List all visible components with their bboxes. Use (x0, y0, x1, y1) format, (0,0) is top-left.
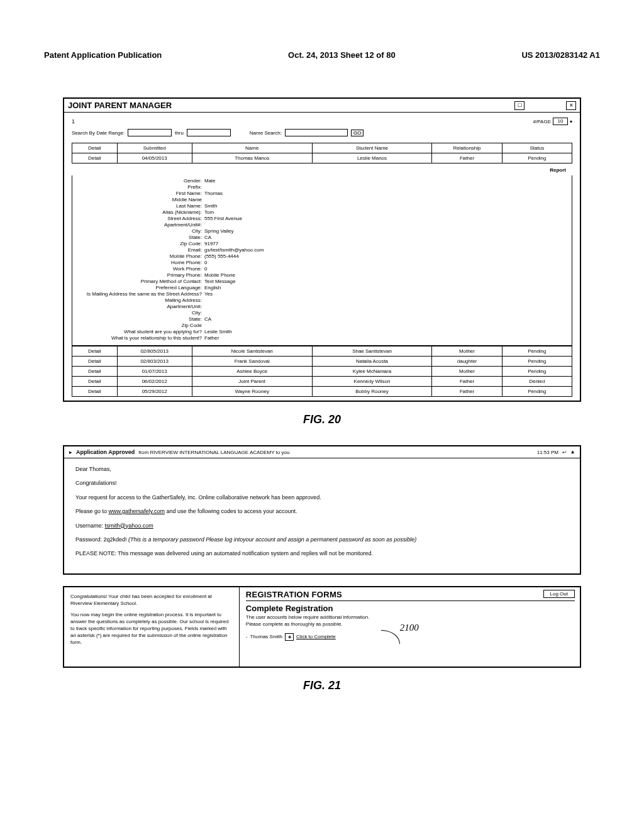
email-greeting: Dear Thomas, (75, 465, 569, 473)
email-from: from RIVERVIEW INTERNATIONAL LANGUAGE AC… (138, 450, 289, 455)
email-password: Password: 2q2kded! (This is a temporary … (75, 535, 569, 544)
detail-kv: What is your relationship to this studen… (79, 335, 565, 341)
detail-kv: City:Spring Valley (79, 228, 565, 234)
detail-kv: Middle Name (79, 197, 565, 202)
registration-sidebar: Congratulations! Your child has been acc… (64, 587, 240, 667)
table-header-row: Detail Submitted Name Student Name Relat… (72, 143, 572, 153)
annotation-2100: 2100 (400, 622, 419, 633)
detail-kv: Primary Phone:Mobile Phone (79, 272, 565, 278)
table-row[interactable]: Detail01/07/2013Ashlee BoyceKylee McNama… (72, 367, 572, 377)
table-row[interactable]: Detail 04/05/2013 Thomas Manos Leslie Ma… (72, 153, 572, 163)
detail-kv: First Name:Thomas (79, 191, 565, 196)
col-relationship: Relationship (432, 143, 502, 153)
email-please-note: PLEASE NOTE: This message was delivered … (75, 549, 569, 558)
user-name: Thomas Smith (250, 634, 282, 639)
go-button[interactable]: GO (351, 130, 364, 136)
detail-kv: What student are you applying for?Leslie… (79, 329, 565, 335)
detail-link[interactable]: Detail (72, 153, 118, 163)
sidebar-p1: Congratulations! Your child has been acc… (70, 594, 233, 607)
detail-kv: Home Phone:0 (79, 260, 565, 265)
page-number: 1 (72, 118, 75, 124)
close-icon[interactable]: ✕ (566, 101, 576, 110)
detail-kv: Apartment/Unit: (79, 304, 565, 309)
detail-kv: Last Name:Smith (79, 203, 565, 209)
detail-kv: Work Phone:0 (79, 266, 565, 272)
expand-icon[interactable]: ▸ (69, 449, 72, 455)
joint-parent-manager-panel: JOINT PARENT MANAGER ☐ ✕ 1 #/PAGE 10 ▾ S… (63, 97, 581, 402)
expanded-detail-block: Gender:MalePrefix:First Name:ThomasMiddl… (72, 175, 572, 346)
name-search-input[interactable] (285, 129, 348, 136)
date-range-label: Search By Date Range: (72, 130, 125, 136)
email-panel: ▸ Application Approved from RIVERVIEW IN… (63, 445, 581, 575)
email-username: Username: tsmith@yahoo.com (75, 521, 569, 530)
table-row[interactable]: Detail06/02/2012Joint ParentKennedy Wils… (72, 377, 572, 387)
registration-panel: Congratulations! Your child has been acc… (63, 586, 581, 668)
report-link[interactable]: Report (550, 167, 566, 173)
pub-left: Patent Application Publication (44, 50, 162, 60)
click-to-complete-link[interactable]: Click to Complete (296, 634, 336, 639)
detail-kv: Zip Code (79, 323, 565, 328)
per-page-selector[interactable]: #/PAGE 10 ▾ (533, 118, 572, 125)
window-icon[interactable]: ☐ (514, 101, 525, 110)
fig21-caption: FIG. 21 (38, 679, 606, 692)
table-row[interactable]: Detail02/803/2013Frank SandovalNatalia A… (72, 357, 572, 367)
panel-title: JOINT PARENT MANAGER (68, 101, 511, 110)
date-from-input[interactable] (128, 129, 172, 136)
user-bullet: - (246, 634, 248, 639)
detail-kv: Mobile Phone:(555) 555-4444 (79, 253, 565, 259)
detail-kv: Apartment/Unit#: (79, 222, 565, 228)
password-note: (This is a temporary password Please log… (128, 536, 416, 543)
email-goto: Please go to www.gathersafely.com and us… (75, 507, 569, 516)
table-row[interactable]: Detail05/29/2012Wayne RooneyBobby Rooney… (72, 387, 572, 397)
registration-subtitle: Complete Registration (246, 604, 575, 613)
detail-kv: State:CA (79, 235, 565, 240)
dropdown-icon[interactable]: ▾ (570, 119, 572, 124)
username-value: tsmith@yahoo.com (105, 523, 153, 529)
detail-kv: Mailing Address: (79, 297, 565, 303)
email-approved: Your request for access to the GatherSaf… (75, 493, 569, 502)
thru-label: thru (175, 130, 184, 136)
annotation-arrow (381, 630, 400, 644)
detail-link[interactable]: Detail (72, 367, 118, 377)
detail-link[interactable]: Detail (72, 357, 118, 367)
reply-icon[interactable]: ↩ (562, 450, 567, 455)
registration-title: REGISTRATION FORMS (246, 590, 342, 599)
complete-icon[interactable]: ◈ (285, 633, 294, 641)
detail-link[interactable]: Detail (72, 377, 118, 387)
sidebar-p2: You now may begin the online registratio… (70, 612, 233, 646)
per-page-input[interactable]: 10 (553, 118, 568, 125)
col-submitted: Submitted (117, 143, 192, 153)
registration-main: REGISTRATION FORMS Log Out Complete Regi… (240, 587, 580, 667)
table-row[interactable]: Detail02/805/2013Nicole SantistevanShae … (72, 346, 572, 357)
email-congrats: Congratulations! (75, 479, 569, 487)
col-name: Name (192, 143, 312, 153)
detail-kv: Prefix: (79, 184, 565, 190)
detail-kv: Email:gs/test/tsmith@yahoo.com (79, 247, 565, 253)
star-icon[interactable]: ★ (570, 450, 575, 455)
registration-desc1: The user accounts below require addition… (246, 614, 575, 620)
detail-kv: Zip Code:91977 (79, 241, 565, 246)
gathersafely-link[interactable]: www.gathersafely.com (109, 508, 165, 514)
col-student: Student Name (312, 143, 432, 153)
date-to-input[interactable] (187, 129, 231, 136)
detail-kv: Gender:Male (79, 178, 565, 184)
detail-link[interactable]: Detail (72, 346, 118, 357)
detail-link[interactable]: Detail (72, 387, 118, 397)
col-detail: Detail (72, 143, 118, 153)
detail-kv: Primary Method of Contact:Text Message (79, 279, 565, 284)
detail-kv: Preferred Language:English (79, 285, 565, 290)
logout-button[interactable]: Log Out (543, 590, 575, 598)
name-search-label: Name Search: (250, 130, 282, 136)
detail-kv: Alias (Nickname):Tom (79, 209, 565, 215)
detail-kv: Street Address:555 First Avenue (79, 216, 565, 221)
fig20-caption: FIG. 20 (38, 413, 606, 426)
detail-kv: State:CA (79, 316, 565, 322)
per-page-label: #/PAGE (533, 119, 551, 124)
parents-table: Detail Submitted Name Student Name Relat… (72, 143, 572, 163)
user-item: - Thomas Smith ◈ Click to Complete (246, 633, 575, 641)
parents-table-rest: Detail02/805/2013Nicole SantistevanShae … (72, 346, 572, 397)
pub-center: Oct. 24, 2013 Sheet 12 of 80 (288, 50, 396, 60)
col-status: Status (502, 143, 572, 153)
detail-kv: City: (79, 310, 565, 316)
email-time: 11:53 PM (537, 450, 558, 455)
